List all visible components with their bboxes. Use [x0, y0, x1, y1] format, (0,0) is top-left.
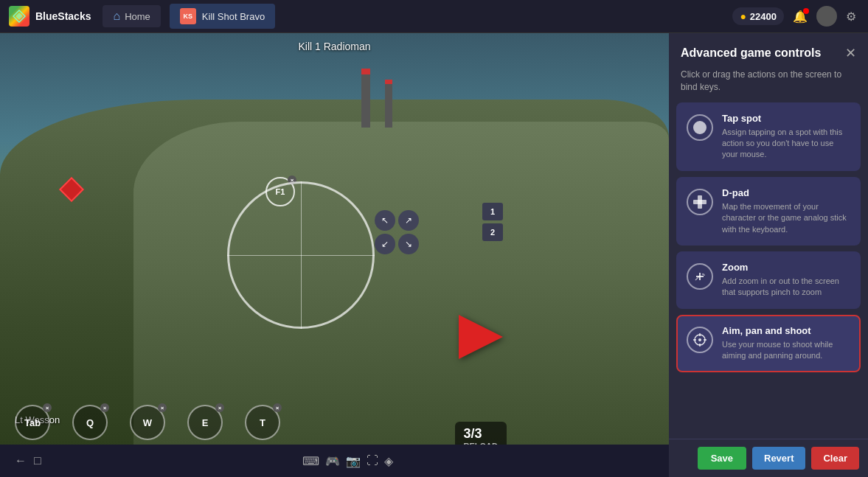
zoom-info: Zoom Add zoom in or out to the screen th… — [722, 262, 850, 299]
right-panel: Advanced game controls ✕ Click or drag t… — [669, 33, 868, 477]
keyboard-icon[interactable]: ⌨ — [302, 454, 319, 468]
key-q[interactable]: Q × — [72, 405, 108, 440]
aim-info: Aim, pan and shoot Use your mouse to sho… — [722, 325, 850, 362]
dpad-desc: Map the movement of your character or th… — [722, 201, 850, 235]
f1-close[interactable]: × — [288, 175, 296, 184]
tap-spot-desc: Assign tapping on a spot with this actio… — [722, 127, 850, 161]
revert-button[interactable]: Revert — [752, 447, 805, 470]
game-area: Kill 1 Radioman Lt Wesson F1 × 1 2 — [0, 33, 669, 477]
key-t-remove[interactable]: × — [273, 403, 282, 412]
red-arrow — [459, 315, 503, 359]
save-button[interactable]: Save — [698, 447, 746, 470]
smokestacks — [361, 69, 392, 128]
hud-objective: Kill 1 Radioman — [298, 41, 370, 52]
panel-close-button[interactable]: ✕ — [845, 45, 856, 61]
coins-display: ● 22400 — [732, 7, 784, 25]
key-e[interactable]: E × — [187, 405, 223, 440]
svg-rect-4 — [693, 200, 706, 204]
key-w-remove[interactable]: × — [158, 403, 167, 412]
panel-title: Advanced game controls — [681, 46, 821, 60]
camera-icon[interactable]: 📷 — [346, 454, 361, 468]
clear-button[interactable]: Clear — [811, 447, 859, 470]
zoom-desc: Add zoom in or out to the screen that su… — [722, 276, 850, 299]
zoom-buttons: 1 2 — [482, 203, 503, 241]
home-icon: ⌂ — [113, 10, 120, 23]
bottom-toolbar: ← □ ⌨ 🎮 📷 ⛶ ◈ — [0, 445, 669, 477]
svg-point-8 — [698, 338, 701, 341]
toolbar-center: ⌨ 🎮 📷 ⛶ ◈ — [302, 454, 393, 468]
control-zoom[interactable]: Zoom Add zoom in or out to the screen th… — [676, 251, 861, 309]
home-label: Home — [125, 11, 150, 22]
zoom-icon — [687, 263, 713, 290]
key-tab-remove[interactable]: × — [43, 403, 52, 412]
toolbar-left: ← □ — [15, 454, 41, 467]
control-tap-spot[interactable]: Tap spot Assign tapping on a spot with t… — [676, 102, 861, 171]
gamepad-icon[interactable]: 🎮 — [325, 454, 340, 468]
control-dpad[interactable]: D-pad Map the movement of your character… — [676, 177, 861, 246]
tap-spot-info: Tap spot Assign tapping on a spot with t… — [722, 113, 850, 161]
back-icon[interactable]: ← — [15, 454, 27, 467]
control-aim-pan-shoot[interactable]: Aim, pan and shoot Use your mouse to sho… — [676, 315, 861, 372]
key-t[interactable]: T × — [245, 405, 280, 440]
game-label: Kill Shot Bravo — [202, 11, 265, 22]
top-bar: BlueStacks ⌂ Home KS Kill Shot Bravo ● 2… — [0, 0, 868, 33]
aim-desc: Use your mouse to shoot while aiming and… — [722, 339, 850, 362]
svg-point-2 — [693, 121, 706, 134]
pan-up-right[interactable]: ↗ — [398, 210, 419, 231]
tab-home[interactable]: ⌂ Home — [103, 5, 160, 27]
main-content: Kill 1 Radioman Lt Wesson F1 × 1 2 — [0, 33, 868, 477]
bluestacks-logo — [9, 6, 29, 27]
panel-footer: Save Revert Clear — [669, 439, 868, 477]
user-avatar[interactable] — [816, 6, 837, 27]
key-q-remove[interactable]: × — [100, 403, 109, 412]
dpad-name: D-pad — [722, 187, 850, 198]
coin-value: 22400 — [750, 11, 777, 22]
panel-subtitle: Click or drag the actions on the screen … — [669, 69, 868, 102]
f1-label: F1 — [276, 187, 285, 196]
panel-header: Advanced game controls ✕ — [669, 33, 868, 69]
game-screenshot: Kill 1 Radioman Lt Wesson F1 × 1 2 — [0, 33, 669, 477]
control-list: Tap spot Assign tapping on a spot with t… — [669, 102, 868, 439]
tap-spot-name: Tap spot — [722, 113, 850, 124]
arrow-indicator — [459, 315, 503, 359]
zoom-name: Zoom — [722, 262, 850, 273]
zoom-btn-1[interactable]: 1 — [482, 203, 503, 220]
top-bar-left: BlueStacks ⌂ Home KS Kill Shot Bravo — [0, 4, 284, 29]
notification-dot — [803, 8, 809, 14]
pan-controls: ↖ ↗ ↙ ↘ — [375, 210, 419, 254]
bottom-controls: Tab × Q × W × E × T × — [0, 405, 669, 440]
location-icon[interactable]: ◈ — [384, 454, 393, 468]
aim-name: Aim, pan and shoot — [722, 325, 850, 336]
dpad-info: D-pad Map the movement of your character… — [722, 187, 850, 235]
key-w[interactable]: W × — [130, 405, 165, 440]
home-square-icon[interactable]: □ — [34, 454, 41, 467]
aim-icon — [687, 327, 713, 353]
key-tab[interactable]: Tab × — [15, 405, 50, 440]
f1-control[interactable]: F1 × — [265, 177, 295, 206]
expand-icon[interactable]: ⛶ — [367, 454, 378, 467]
brand-name: BlueStacks — [35, 10, 91, 22]
game-icon: KS — [180, 8, 196, 24]
zoom-btn-2[interactable]: 2 — [482, 223, 503, 241]
notification-area: 🔔 — [793, 10, 808, 24]
top-bar-right: ● 22400 🔔 ⚙ — [732, 6, 868, 27]
key-e-remove[interactable]: × — [215, 403, 224, 412]
coin-icon: ● — [740, 10, 746, 22]
pan-down-left[interactable]: ↙ — [375, 234, 395, 254]
pan-up-left[interactable]: ↖ — [375, 210, 395, 231]
tap-spot-icon — [687, 114, 713, 141]
settings-icon[interactable]: ⚙ — [846, 10, 856, 24]
tab-game[interactable]: KS Kill Shot Bravo — [170, 4, 275, 29]
pan-down-right[interactable]: ↘ — [398, 234, 419, 254]
dpad-icon — [687, 189, 713, 215]
